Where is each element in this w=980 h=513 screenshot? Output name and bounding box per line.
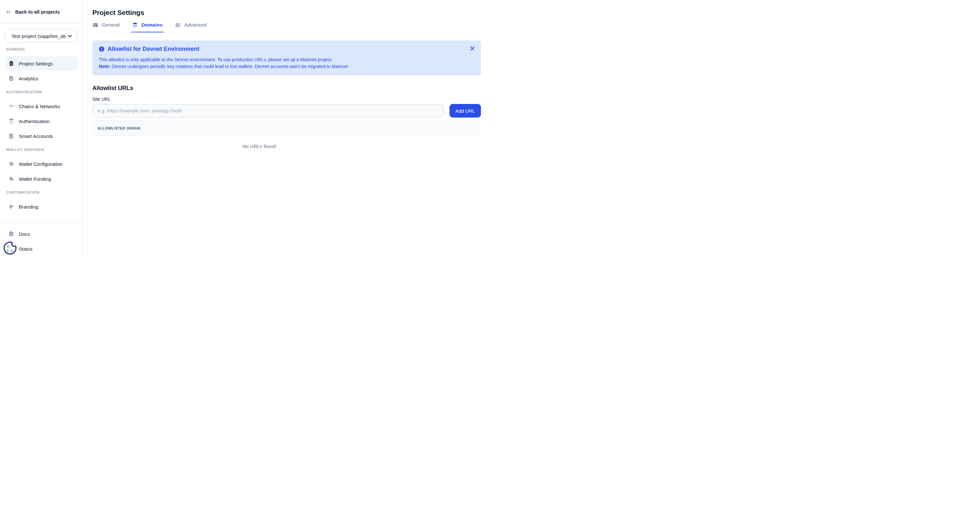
tab-advanced[interactable]: Advanced bbox=[175, 22, 207, 32]
sidebar-item-docs[interactable]: Docs bbox=[5, 227, 78, 241]
database-icon bbox=[132, 22, 138, 28]
sidebar-item-label: Status bbox=[19, 246, 33, 252]
sidebar-item-project-settings[interactable]: Project Settings bbox=[5, 56, 78, 71]
site-url-label: Site URL bbox=[92, 97, 481, 102]
table-icon bbox=[92, 22, 98, 28]
site-url-row: Add URL bbox=[92, 104, 481, 118]
clipboard-list-icon bbox=[8, 60, 14, 67]
section-label-customization: CUSTOMIZATION bbox=[6, 191, 78, 194]
add-url-button[interactable]: Add URL bbox=[450, 104, 481, 118]
project-selector-value: Test project (sapphire_de bbox=[11, 33, 66, 39]
allowlist-heading: Allowlist URLs bbox=[92, 85, 481, 92]
file-chart-icon bbox=[8, 75, 14, 81]
section-label-authentication: AUTHENTICATION bbox=[6, 90, 78, 94]
sidebar-item-label: Smart Accounts bbox=[19, 133, 53, 139]
back-arrow-icon bbox=[6, 9, 12, 14]
sidebar-item-chains-networks[interactable]: Chains & Networks bbox=[5, 99, 78, 113]
sidebar-item-label: Project Settings bbox=[19, 61, 53, 67]
tab-general[interactable]: General bbox=[92, 22, 119, 32]
wifi-icon bbox=[8, 103, 14, 109]
banner-title: Allowlist for Devnet Environment bbox=[108, 46, 199, 52]
file-icon bbox=[8, 231, 14, 237]
banner-note-label: Note: bbox=[99, 64, 110, 69]
sidebar-item-wallet-funding[interactable]: Wallet Funding bbox=[5, 172, 78, 186]
sidebar-item-wallet-configuration[interactable]: Wallet Configuration bbox=[5, 157, 78, 171]
tab-label: General bbox=[102, 22, 119, 28]
section-label-general: GENERAL bbox=[6, 47, 78, 51]
sidebar-item-label: Authentication bbox=[19, 119, 49, 124]
sliders-icon bbox=[175, 22, 181, 28]
sidebar-nav: Test project (sapphire_de GENERAL Projec… bbox=[0, 24, 83, 214]
sidebar-footer: Docs Status bbox=[0, 222, 83, 256]
sidebar-item-authentication[interactable]: Authentication bbox=[5, 114, 78, 128]
sidebar-item-label: Wallet Funding bbox=[19, 176, 51, 182]
file-icon bbox=[8, 133, 14, 139]
wallet-gear-icon bbox=[8, 161, 14, 167]
page-title: Project Settings bbox=[92, 9, 481, 16]
database-icon bbox=[8, 118, 14, 124]
banner-line1: This allowlist is only applicable to the… bbox=[99, 56, 474, 63]
tab-domains[interactable]: Domains bbox=[132, 22, 162, 32]
table-header-allowlisted-origin: ALLOWLISTED ORIGIN bbox=[92, 120, 481, 136]
branding-icon bbox=[8, 204, 14, 210]
site-url-input[interactable] bbox=[92, 104, 444, 118]
back-to-projects[interactable]: Back to all projects bbox=[0, 0, 83, 24]
project-selector[interactable]: Test project (sapphire_de bbox=[5, 29, 78, 43]
chevron-down-icon bbox=[68, 34, 72, 38]
close-icon[interactable] bbox=[470, 46, 475, 51]
info-alert-icon bbox=[99, 46, 104, 52]
sidebar-item-label: Branding bbox=[19, 204, 38, 210]
devnet-allowlist-banner: Allowlist for Devnet Environment This al… bbox=[92, 40, 481, 75]
tab-label: Advanced bbox=[185, 22, 207, 28]
empty-state-text: No URLs found bbox=[92, 136, 481, 149]
sidebar-item-smart-accounts[interactable]: Smart Accounts bbox=[5, 129, 78, 143]
tab-label: Domains bbox=[141, 22, 162, 28]
sidebar: Back to all projects Test project (sapph… bbox=[0, 0, 83, 256]
section-label-wallet-services: WALLET SERVICES bbox=[6, 148, 78, 152]
back-label: Back to all projects bbox=[15, 9, 60, 14]
sidebar-item-label: Docs bbox=[19, 231, 30, 237]
sidebar-item-label: Chains & Networks bbox=[19, 104, 60, 109]
sidebar-item-label: Analytics bbox=[19, 76, 38, 81]
banner-note-text: Devnet undergoes periodic key rotations … bbox=[112, 64, 348, 69]
banner-note-line: Note: Devnet undergoes periodic key rota… bbox=[99, 63, 474, 70]
cookie-badge-icon[interactable] bbox=[3, 241, 17, 255]
wallet-icon bbox=[8, 176, 14, 182]
sidebar-item-branding[interactable]: Branding bbox=[5, 200, 78, 214]
sidebar-item-label: Wallet Configuration bbox=[19, 161, 62, 167]
main-content: Project Settings General Domains Advance… bbox=[83, 0, 490, 256]
tab-bar: General Domains Advanced bbox=[92, 22, 481, 32]
sidebar-item-analytics[interactable]: Analytics bbox=[5, 71, 78, 86]
